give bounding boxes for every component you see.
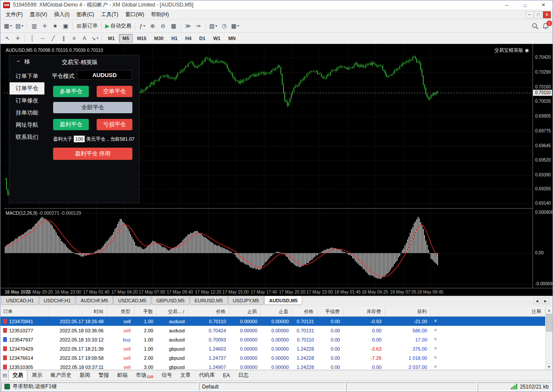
price-axis[interactable]: 0.704200.702900.701600.700350.699050.697… [533,44,553,288]
brand-settings-icon[interactable]: ◉ [525,47,529,53]
terminal-tab-market[interactable]: 市场120 [132,370,157,380]
menu-file[interactable]: 文件(F) [2,10,26,19]
terminal-tab-trade[interactable]: 交易 [8,370,27,381]
search-button[interactable] [532,23,539,30]
panel-nav-contact[interactable]: 联系我们 [10,131,44,143]
close-order-button[interactable]: × [431,365,440,369]
screenshot-button[interactable]: ▩▾ [229,21,241,31]
data-window-button[interactable]: ✛ [40,21,50,31]
text-tool-button[interactable]: A [79,34,90,43]
scrollbar-thumb[interactable] [546,314,552,331]
table-row[interactable]: 123510305 2022.05.18 03:37:11 sell 3.00 … [0,362,545,370]
col-tp[interactable]: 止盈 [261,307,292,316]
close-order-button[interactable]: × [431,337,440,342]
menu-charts[interactable]: 图表(C) [73,10,98,19]
status-connection[interactable]: 25102/21 kb [478,382,552,391]
panel-nav-modify-order[interactable]: 订单修改 [10,95,44,107]
menu-view[interactable]: 显示(V) [26,10,51,19]
scroll-down-button[interactable]: ▼ [546,363,553,370]
timeframe-m15-button[interactable]: M15 [134,34,150,43]
crosshair-button[interactable]: ✛ [13,34,23,43]
close-button[interactable]: ✕ [534,0,553,10]
terminal-tab-experts[interactable]: EA [219,371,234,380]
menu-insert[interactable]: 插入(I) [51,10,73,19]
autoclose-toggle-button[interactable]: 盈利平仓 停用 [53,148,132,160]
zoom-in-button[interactable]: ⊕ [148,21,158,31]
horizontal-line-button[interactable]: ─ [37,34,48,43]
chart-tab-gbpusd-m5[interactable]: GBPUSD,M5 [152,296,189,305]
col-type[interactable]: 类型 [107,307,134,316]
chart-tabs-scroll-right-button[interactable]: ▶ [542,298,549,304]
chart-tab-eurusd-m5[interactable]: EURUSD,M5 [190,296,228,305]
col-profit[interactable]: 获利 [385,307,431,316]
col-comment[interactable]: 注释 [440,307,545,316]
terminal-tab-news[interactable]: 新闻 [76,370,94,380]
timeframe-mn-button[interactable]: MN [225,34,239,43]
panel-symbol-select[interactable]: AUDUSD [77,70,132,80]
chart-shift-button[interactable]: ⇒ [193,21,204,31]
panel-move-handle[interactable]: 移 [24,58,30,66]
indic ators-button[interactable]: ƒ▾ [137,21,148,31]
col-swap[interactable]: 库存费 [344,307,385,316]
close-losing-button[interactable]: 亏损平仓 [97,119,132,130]
notifications-button[interactable]: 1 [542,23,549,30]
terminal-tab-account-history[interactable]: 账户历史 [47,370,75,380]
chart-tab-usdcad-h1[interactable]: USDCAD,H1 [1,296,39,305]
timeframe-w1-button[interactable]: W1 [210,34,224,43]
close-order-button[interactable]: × [431,346,440,351]
col-lots[interactable]: 手数 [134,307,157,316]
timeframe-m30-button[interactable]: M30 [151,34,167,43]
market-watch-button[interactable]: ▥ [29,21,40,31]
close-order-button[interactable]: × [431,319,440,324]
mdi-restore-button[interactable]: □ [534,11,542,18]
profit-threshold-input[interactable] [74,135,85,142]
terminal-tab-signals[interactable]: 信号 [158,370,176,380]
col-symbol[interactable]: 交易... / [157,307,188,316]
terminal-handle-icon[interactable]: ▤ [1,372,8,379]
timeframe-d1-button[interactable]: D1 [196,34,209,43]
chart-tab-audusd-m5[interactable]: AUDUSD,M5 [264,296,302,305]
timeframe-h4-button[interactable]: H4 [182,34,195,43]
close-profitable-button[interactable]: 盈利平仓 [53,119,89,130]
zoom-out-button[interactable]: ⊖ [158,21,169,31]
close-long-button[interactable]: 多单平仓 [53,86,89,97]
timeframe-h1-button[interactable]: H1 [168,34,181,43]
col-commission[interactable]: 手续费 [317,307,344,316]
close-order-button[interactable]: × [431,355,440,360]
col-order[interactable]: 订单 [0,307,48,316]
terminal-button[interactable]: ▣ [61,21,71,31]
terminal-tab-code-base[interactable]: 代码库 [195,370,219,380]
close-all-button[interactable]: 全部平仓 [53,102,132,113]
chart-tab-audchf-m5[interactable]: AUDCHF,M5 [76,296,113,305]
menu-tools[interactable]: 工具(T) [98,10,121,19]
col-time[interactable]: 时间 [48,307,107,316]
new-order-button[interactable]: ⊞新订单 [75,21,100,31]
menu-help[interactable]: 帮助(H) [148,10,172,19]
chart-tab-usdcad-m5[interactable]: USDCAD,M5 [113,296,151,305]
tile-windows-button[interactable]: ▦ [169,21,179,31]
menu-window[interactable]: 窗口(W) [122,10,148,19]
auto-scroll-button[interactable]: ≫ [183,21,193,31]
maximize-button[interactable]: □ [516,0,534,10]
table-row[interactable]: 123510277 2022.05.18 03:36:06 sell 2.00 … [0,326,545,335]
chart-tabs-scroll-left-button[interactable]: ◀ [533,298,540,304]
close-short-button[interactable]: 空单平仓 [97,86,132,97]
time-axis[interactable]: 16 May 202216 May 20:2016 May 23:0017 Ma… [4,288,533,296]
panel-minimize-button[interactable]: − [15,57,22,64]
scroll-up-button[interactable]: ▲ [546,307,553,314]
cursor-button[interactable]: ↖ [2,34,13,43]
new-chart-button[interactable]: ▦▾ [2,21,13,31]
title-bar[interactable]: XM 51945599: XMGlobal-Demo 4 - 模拟帐户 - XM… [0,0,553,10]
terminal-tab-exposure[interactable]: 展示 [28,370,46,380]
orders-scrollbar[interactable]: ▲ ▼ [545,307,553,370]
minimize-button[interactable]: ─ [498,0,516,10]
panel-nav-close-order[interactable]: 订单平仓 [10,82,44,95]
terminal-tab-mailbox[interactable]: 邮箱 [113,370,132,380]
timeframe-m1-button[interactable]: M1 [105,34,118,43]
col-sl[interactable]: 止损 [229,307,261,316]
status-profile[interactable]: Default [199,382,345,391]
arrows-tool-button[interactable]: ↘▾ [90,34,100,43]
mdi-close-button[interactable]: ✕ [543,11,551,18]
panel-nav-links[interactable]: 网址导航 [10,119,44,131]
trendline-button[interactable]: ╱ [48,34,58,43]
